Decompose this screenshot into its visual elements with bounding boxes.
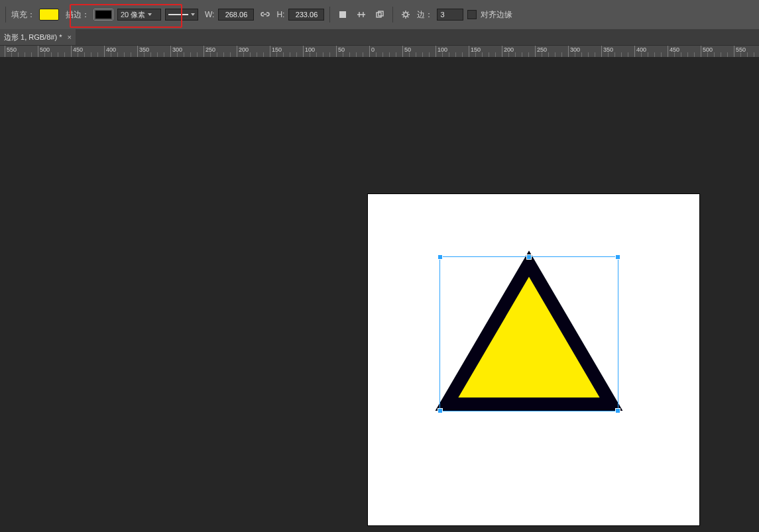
link-dimensions-button[interactable] (258, 7, 272, 22)
width-input[interactable] (218, 9, 254, 21)
chevron-down-icon (191, 13, 195, 16)
close-icon[interactable]: × (67, 33, 71, 41)
document-tab[interactable]: 边形 1, RGB/8#) * × (0, 29, 76, 45)
separator (5, 7, 6, 23)
selection-handle-tl[interactable] (438, 255, 442, 259)
fill-label: 填充： (11, 9, 35, 21)
path-operations-button[interactable] (335, 7, 350, 22)
selection-bounding-box (440, 257, 618, 411)
artboard[interactable] (368, 194, 699, 525)
document-tab-strip: 边形 1, RGB/8#) * × (0, 29, 759, 45)
width-label: W: (205, 10, 214, 19)
stroke-style-preview (168, 14, 188, 15)
stroke-width-dropdown[interactable]: 20 像素 (117, 9, 161, 21)
separator (392, 7, 393, 23)
svg-rect-0 (339, 11, 346, 18)
horizontal-ruler[interactable]: 5505004504003503002502001501005005010015… (0, 45, 759, 58)
align-edges-checkbox[interactable] (467, 10, 477, 19)
svg-point-3 (404, 13, 408, 17)
path-alignment-button[interactable] (354, 7, 369, 22)
height-label: H: (276, 10, 284, 19)
selection-handle-tr[interactable] (616, 255, 620, 259)
selection-handle-br[interactable] (616, 409, 620, 413)
sides-input[interactable] (437, 9, 463, 21)
align-edges-label: 对齐边缘 (481, 9, 512, 21)
document-tab-title: 边形 1, RGB/8#) * (4, 32, 62, 42)
sides-label: 边： (417, 9, 433, 21)
stroke-label: 描边： (66, 9, 89, 21)
chevron-down-icon (148, 13, 152, 16)
stroke-style-dropdown[interactable] (165, 9, 198, 21)
selection-handle-tc[interactable] (527, 255, 531, 259)
stroke-width-value: 20 像素 (121, 10, 145, 20)
fill-color-swatch[interactable] (39, 9, 59, 21)
height-input[interactable] (288, 9, 324, 21)
path-arrangement-button[interactable] (373, 7, 387, 22)
shape-settings-button[interactable] (398, 7, 413, 22)
stroke-color-swatch[interactable] (93, 9, 113, 21)
selection-handle-bl[interactable] (438, 409, 442, 413)
shape-options-bar: 填充： 描边： 20 像素 W: H: 边： 对齐边缘 (0, 3, 759, 26)
separator (329, 7, 330, 23)
canvas-viewport[interactable] (0, 57, 759, 532)
